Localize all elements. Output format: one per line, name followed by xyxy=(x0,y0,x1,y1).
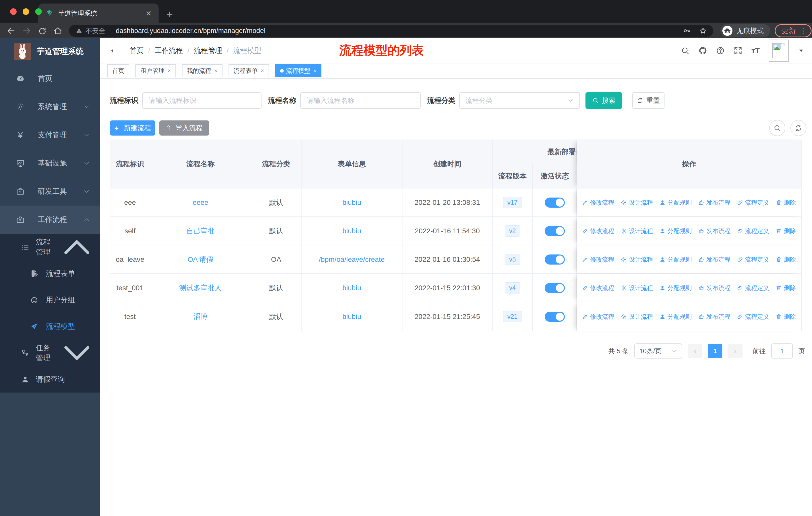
delete-button[interactable]: 删除 xyxy=(776,313,796,321)
github-icon[interactable] xyxy=(698,46,707,55)
tab-tenant-mgmt[interactable]: 租户管理 × xyxy=(136,64,176,77)
sidebar-item-task-mgmt[interactable]: 任务管理 xyxy=(0,340,100,366)
form-info-link[interactable]: biubiu xyxy=(342,227,361,235)
assign-rule-button[interactable]: 分配规则 xyxy=(660,255,692,264)
active-toggle[interactable] xyxy=(545,312,565,322)
process-definition-button[interactable]: 流程定义 xyxy=(737,284,769,292)
goto-page-input[interactable] xyxy=(771,344,793,358)
reset-button[interactable]: 重置 xyxy=(632,92,665,109)
model-name-link[interactable]: eeee xyxy=(193,198,208,207)
refresh-table-button[interactable] xyxy=(790,120,807,136)
back-icon[interactable] xyxy=(6,26,16,35)
toggle-search-button[interactable] xyxy=(769,120,785,136)
publish-process-button[interactable]: 发布流程 xyxy=(698,284,730,292)
collapse-sidebar-icon[interactable] xyxy=(110,46,120,56)
password-key-icon[interactable] xyxy=(683,27,691,34)
form-info-link[interactable]: biubiu xyxy=(342,284,361,292)
close-tab-icon[interactable]: × xyxy=(261,67,264,74)
prev-page-button[interactable]: ‹ xyxy=(688,344,702,358)
form-info-link[interactable]: biubiu xyxy=(342,313,361,321)
sidebar-item-infra[interactable]: 基础设施 xyxy=(0,149,100,178)
process-definition-button[interactable]: 流程定义 xyxy=(737,255,769,264)
process-definition-button[interactable]: 流程定义 xyxy=(737,227,769,235)
delete-button[interactable]: 删除 xyxy=(776,198,796,207)
delete-button[interactable]: 删除 xyxy=(776,284,796,292)
tab-home[interactable]: 首页 xyxy=(107,64,129,77)
url-text[interactable]: dashboard.yudao.iocoder.cn/bpm/manager/m… xyxy=(116,27,674,35)
font-size-icon[interactable]: ᴛT xyxy=(751,46,760,55)
tab-process-form[interactable]: 流程表单 × xyxy=(229,64,269,77)
design-process-button[interactable]: 设计流程 xyxy=(621,284,653,292)
sidebar-item-payment[interactable]: ¥ 支付管理 xyxy=(0,121,100,149)
address-bar[interactable]: 不安全 dashboard.yudao.iocoder.cn/bpm/manag… xyxy=(69,25,713,37)
process-definition-button[interactable]: 流程定义 xyxy=(737,198,769,207)
breadcrumb-workflow[interactable]: 工作流程 xyxy=(155,46,183,55)
search-icon[interactable] xyxy=(681,46,689,55)
publish-process-button[interactable]: 发布流程 xyxy=(698,227,730,235)
tab-my-process[interactable]: 我的流程 × xyxy=(182,64,223,77)
sidebar-item-user-group[interactable]: 用户分组 xyxy=(0,287,100,313)
sidebar-item-process-mgmt[interactable]: 流程管理 xyxy=(0,234,100,260)
window-controls[interactable] xyxy=(10,8,42,15)
next-page-button[interactable]: › xyxy=(728,344,743,358)
design-process-button[interactable]: 设计流程 xyxy=(621,313,653,321)
assign-rule-button[interactable]: 分配规则 xyxy=(660,227,692,235)
active-toggle[interactable] xyxy=(545,254,565,265)
design-process-button[interactable]: 设计流程 xyxy=(621,227,653,235)
breadcrumb-home[interactable]: 首页 xyxy=(129,46,144,55)
sidebar-item-devtools[interactable]: 研发工具 xyxy=(0,178,100,206)
edit-process-button[interactable]: 修改流程 xyxy=(582,198,614,207)
avatar-caret-icon[interactable] xyxy=(798,47,805,54)
publish-process-button[interactable]: 发布流程 xyxy=(698,198,730,207)
assign-rule-button[interactable]: 分配规则 xyxy=(660,284,692,292)
form-info-link[interactable]: biubiu xyxy=(342,198,361,207)
publish-process-button[interactable]: 发布流程 xyxy=(698,255,730,264)
design-process-button[interactable]: 设计流程 xyxy=(621,198,653,207)
browser-update-button[interactable]: 更新 ⋮ xyxy=(775,24,812,37)
delete-button[interactable]: 删除 xyxy=(776,255,796,264)
assign-rule-button[interactable]: 分配规则 xyxy=(660,313,692,321)
sidebar-item-home[interactable]: 首页 xyxy=(0,64,100,93)
create-process-button[interactable]: + 新建流程 xyxy=(110,120,155,136)
new-tab-button[interactable]: + xyxy=(167,9,173,20)
process-category-select[interactable]: 流程分类 xyxy=(459,92,580,109)
avatar[interactable] xyxy=(769,39,789,62)
edit-process-button[interactable]: 修改流程 xyxy=(582,255,614,264)
tab-process-model[interactable]: 流程模型 × xyxy=(275,64,322,77)
active-toggle[interactable] xyxy=(545,226,565,236)
active-toggle[interactable] xyxy=(545,197,565,208)
model-name-link[interactable]: 测试多审批人 xyxy=(179,283,222,293)
minimize-window-button[interactable] xyxy=(23,8,29,15)
close-tab-icon[interactable]: ✕ xyxy=(146,9,151,18)
search-button[interactable]: 搜索 xyxy=(585,92,622,109)
zoom-window-button[interactable] xyxy=(35,8,42,15)
breadcrumb-process-mgmt[interactable]: 流程管理 xyxy=(194,46,222,55)
close-tab-icon[interactable]: × xyxy=(168,67,171,74)
edit-process-button[interactable]: 修改流程 xyxy=(582,313,614,321)
delete-button[interactable]: 删除 xyxy=(776,227,796,235)
model-name-link[interactable]: 自己审批 xyxy=(186,226,215,236)
process-name-input[interactable] xyxy=(300,92,420,109)
sidebar-item-process-form[interactable]: 流程表单 xyxy=(0,260,100,287)
page-size-select[interactable]: 10条/页 xyxy=(634,344,682,358)
bookmark-star-icon[interactable] xyxy=(699,27,707,34)
close-window-button[interactable] xyxy=(10,8,17,15)
fullscreen-icon[interactable] xyxy=(734,46,742,55)
browser-tab[interactable]: 芋道管理系统 ✕ xyxy=(38,3,158,23)
browser-menu-icon[interactable]: ⋮ xyxy=(800,27,807,35)
assign-rule-button[interactable]: 分配规则 xyxy=(660,198,692,207)
form-info-link[interactable]: /bpm/oa/leave/create xyxy=(319,255,385,264)
design-process-button[interactable]: 设计流程 xyxy=(621,255,653,264)
page-1-button[interactable]: 1 xyxy=(708,344,722,358)
close-tab-icon[interactable]: × xyxy=(214,67,218,74)
model-name-link[interactable]: OA 请假 xyxy=(187,255,213,264)
sidebar-item-leave-query[interactable]: 请假查询 xyxy=(0,366,100,392)
help-icon[interactable] xyxy=(716,46,725,55)
import-process-button[interactable]: ⇧ 导入流程 xyxy=(159,120,209,136)
model-name-link[interactable]: 滔博 xyxy=(194,312,208,322)
home-icon[interactable] xyxy=(53,26,62,35)
active-toggle[interactable] xyxy=(545,283,565,293)
forward-icon[interactable] xyxy=(22,26,31,35)
process-key-input[interactable] xyxy=(142,92,262,109)
reload-icon[interactable] xyxy=(38,26,47,35)
